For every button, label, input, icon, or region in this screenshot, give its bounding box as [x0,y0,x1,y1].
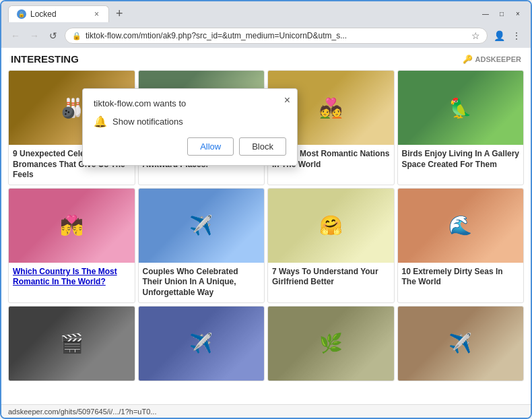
adskeeper-label: ADSKEEPER [475,55,521,63]
menu-icon[interactable]: ⋮ [509,28,524,43]
card-title: 10 Extremely Dirty Seas In The World [398,263,524,292]
address-bar: ← → ↺ 🔒 tiktok-flow.com/mtion/ak9.php?sr… [1,25,531,48]
close-button[interactable]: × [512,9,524,20]
card-item[interactable]: 🌊10 Extremely Dirty Seas In The World [397,188,525,303]
card-title: Birds Enjoy Living In A Gallery Space Cr… [398,145,524,174]
bookmark-icon[interactable]: ☆ [471,30,480,41]
card-image: 🌿 [268,307,394,381]
back-button[interactable]: ← [8,28,23,43]
minimize-button[interactable]: — [479,9,492,20]
reload-button[interactable]: ↺ [46,28,61,43]
tab-favicon: 🔒 [17,9,26,19]
block-button[interactable]: Block [239,137,286,156]
card-image: ✈️ [139,307,265,381]
card-image: ✈️ [139,189,265,263]
notification-title: tiktok-flow.com wants to [94,98,286,108]
tab-bar: 🔒 Locked × + [8,5,129,22]
card-title: Couples Who Celebrated Their Union In A … [139,263,265,302]
notification-close-button[interactable]: × [284,94,290,106]
card-title: Which Country Is The Most Romantic In Th… [9,263,135,292]
notification-body-text: Show notifications [112,117,183,127]
card-image: 🦜 [398,71,524,145]
card-item[interactable]: ✈️ [397,306,525,381]
card-image: 🎬 [9,307,135,381]
card-item[interactable]: 💏Which Country Is The Most Romantic In T… [8,188,135,303]
address-text: tiktok-flow.com/mtion/ak9.php?src_id=&ut… [86,31,467,40]
status-url: adskeeper.com/ghits/5097645/i/.../1?h=uT… [8,408,156,416]
key-icon: 🔑 [463,55,473,64]
card-image: 💏 [9,189,135,263]
forward-button[interactable]: → [27,28,42,43]
toolbar-icons: 👤 ⋮ [492,28,524,43]
adskeeper-badge: 🔑 ADSKEEPER [463,55,521,64]
lock-icon: 🔒 [72,32,81,40]
notification-actions: Allow Block [94,137,286,156]
window-controls: — □ × [479,9,524,20]
card-item[interactable]: 🦜Birds Enjoy Living In A Gallery Space C… [397,70,525,185]
card-item[interactable]: 🎬 [8,306,135,381]
notification-body: 🔔 Show notifications [94,115,286,128]
status-bar: adskeeper.com/ghits/5097645/i/.../1?h=uT… [1,404,531,418]
card-image: 🌊 [398,189,524,263]
notification-popup: × tiktok-flow.com wants to 🔔 Show notifi… [82,88,298,166]
tab-close-button[interactable]: × [93,9,100,19]
card-item[interactable]: ✈️ [138,306,265,381]
card-item[interactable]: ✈️Couples Who Celebrated Their Union In … [138,188,265,303]
new-tab-button[interactable]: + [110,7,129,21]
profile-icon[interactable]: 👤 [492,28,506,43]
bell-icon: 🔔 [94,115,107,128]
card-item[interactable]: 🤗7 Ways To Understand Your Girlfriend Be… [267,188,395,303]
card-item[interactable]: 🌿 [267,306,395,381]
section-title: INTERESTING [11,53,79,65]
browser-window: 🔒 Locked × + — □ × ← → ↺ 🔒 tiktok-flow.c… [0,0,532,419]
card-title: 7 Ways To Understand Your Girlfriend Bet… [268,263,394,292]
maximize-button[interactable]: □ [496,9,508,20]
card-image: 🤗 [268,189,394,263]
section-header: INTERESTING 🔑 ADSKEEPER [1,48,531,70]
active-tab[interactable]: 🔒 Locked × [8,5,109,22]
allow-button[interactable]: Allow [187,137,234,156]
address-bar-input[interactable]: 🔒 tiktok-flow.com/mtion/ak9.php?src_id=&… [65,28,488,44]
page-content: INTERESTING 🔑 ADSKEEPER 🎳9 Unexpected Ce… [1,48,531,404]
tab-title: Locked [30,9,89,19]
title-bar: 🔒 Locked × + — □ × [1,1,531,25]
card-image: ✈️ [398,307,524,381]
